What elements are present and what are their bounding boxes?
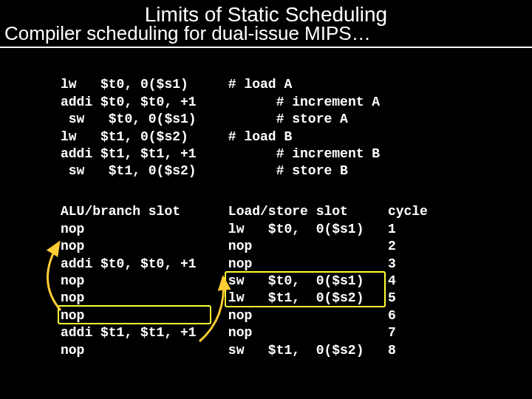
schedule-row-3: addi $t0, $t0, +1 nop 3 [61,256,396,271]
src-line-1: lw $t0, 0($s1) # load A [61,77,292,92]
schedule-row-2: nop nop 2 [61,239,396,253]
slide-subtitle: Compiler scheduling for dual-issue MIPS… [0,22,532,48]
src-line-3: sw $t0, 0($s1) # store A [61,112,348,126]
highlight-sw-lw [225,271,386,307]
src-line-2: addi $t0, $t0, +1 # increment A [61,95,380,109]
schedule-row-7: addi $t1, $t1, +1 nop 7 [61,325,396,340]
schedule-row-1: nop lw $t0, 0($s1) 1 [61,222,396,236]
schedule-row-8: nop sw $t1, 0($s2) 8 [61,343,396,358]
src-line-5: addi $t1, $t1, +1 # increment B [61,146,380,161]
src-line-4: lw $t1, 0($s2) # load B [61,129,292,144]
highlight-addi-t1 [58,305,211,324]
src-line-6: sw $t1, 0($s2) # store B [61,163,348,178]
schedule-header: ALU/branch slot Load/store slot cycle [61,204,428,219]
source-code-block: lw $t0, 0($s1) # load A addi $t0, $t0, +… [61,59,380,180]
